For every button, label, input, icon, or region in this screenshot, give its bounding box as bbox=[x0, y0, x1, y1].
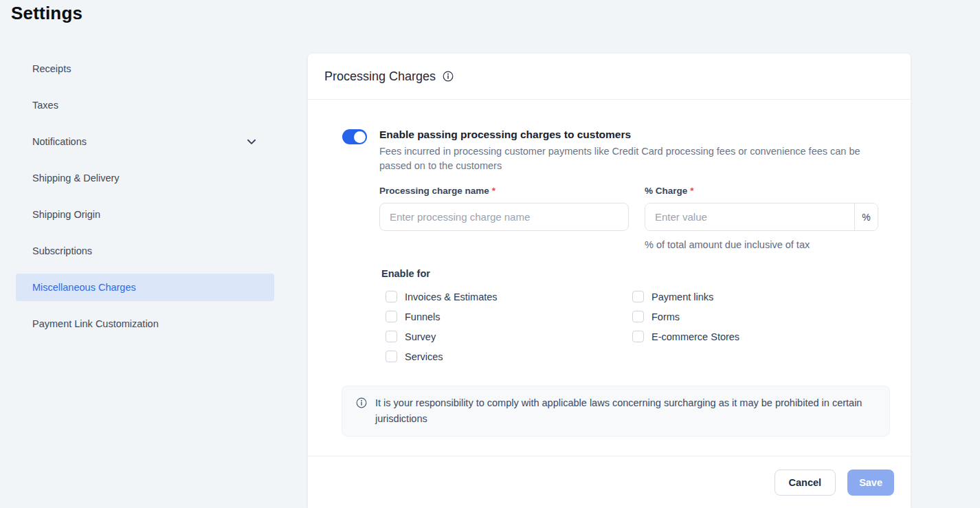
page-title: Settings bbox=[11, 3, 82, 24]
sidebar-item-label: Taxes bbox=[32, 100, 58, 111]
percent-suffix: % bbox=[854, 203, 878, 230]
sidebar-item-payment-link-customization[interactable]: Payment Link Customization bbox=[16, 310, 274, 338]
checkbox-label: Payment links bbox=[652, 291, 713, 302]
processing-charge-name-label: Processing charge name* bbox=[379, 186, 629, 196]
checkbox-box[interactable] bbox=[386, 291, 397, 302]
percent-charge-field: % Charge* % % of total amount due inclus… bbox=[645, 186, 878, 250]
checkbox-label: Survey bbox=[405, 331, 436, 342]
sidebar-item-subscriptions[interactable]: Subscriptions bbox=[16, 237, 274, 265]
checkbox-survey[interactable]: Survey bbox=[386, 331, 498, 342]
sidebar-item-label: Subscriptions bbox=[32, 245, 92, 256]
checkbox-ecommerce-stores[interactable]: E-commerce Stores bbox=[632, 331, 739, 342]
save-button[interactable]: Save bbox=[847, 470, 894, 496]
sidebar-item-shipping-delivery[interactable]: Shipping & Delivery bbox=[16, 164, 274, 192]
sidebar-item-label: Receipts bbox=[32, 63, 71, 74]
percent-charge-input-group: % bbox=[645, 203, 878, 231]
card-footer: Cancel Save bbox=[308, 456, 911, 508]
enable-processing-charges-toggle[interactable] bbox=[342, 129, 367, 144]
sidebar-item-taxes[interactable]: Taxes bbox=[16, 91, 274, 119]
processing-charges-card: Processing Charges Enable passing proces… bbox=[308, 54, 911, 508]
checkbox-label: Services bbox=[405, 351, 443, 362]
checkbox-label: Forms bbox=[652, 311, 680, 322]
checkbox-box[interactable] bbox=[386, 311, 397, 322]
toggle-description: Fees incurred in processing customer pay… bbox=[379, 144, 884, 173]
sidebar-item-label: Notifications bbox=[32, 136, 87, 147]
enable-for-column-left: Invoices & Estimates Funnels Survey Serv… bbox=[386, 291, 498, 362]
processing-charge-name-field: Processing charge name* bbox=[379, 186, 629, 231]
toggle-text-block: Enable passing processing charges to cus… bbox=[379, 129, 884, 173]
checkbox-invoices-estimates[interactable]: Invoices & Estimates bbox=[386, 291, 498, 302]
surcharging-compliance-notice: It is your responsibility to comply with… bbox=[342, 386, 890, 437]
card-title: Processing Charges bbox=[324, 69, 436, 84]
required-asterisk: * bbox=[690, 186, 693, 196]
sidebar-item-notifications[interactable]: Notifications bbox=[16, 128, 274, 155]
percent-charge-input[interactable] bbox=[645, 203, 854, 230]
required-asterisk: * bbox=[492, 186, 495, 196]
sidebar-item-label: Shipping & Delivery bbox=[32, 173, 120, 184]
label-text: Processing charge name bbox=[379, 186, 489, 196]
sidebar-item-label: Shipping Origin bbox=[32, 209, 100, 220]
percent-charge-label: % Charge* bbox=[645, 186, 878, 196]
checkbox-label: Funnels bbox=[405, 311, 441, 322]
checkbox-box[interactable] bbox=[632, 291, 644, 302]
info-icon bbox=[356, 397, 367, 408]
sidebar-item-label: Payment Link Customization bbox=[32, 318, 159, 329]
sidebar-item-miscellaneous-charges[interactable]: Miscellaneous Charges bbox=[16, 274, 274, 301]
checkbox-box[interactable] bbox=[386, 351, 397, 362]
label-text: % Charge bbox=[645, 186, 687, 196]
checkbox-box[interactable] bbox=[632, 331, 644, 342]
percent-charge-helper-text: % of total amount due inclusive of tax bbox=[645, 239, 878, 250]
checkbox-box[interactable] bbox=[632, 311, 644, 322]
enable-for-label: Enable for bbox=[381, 268, 430, 279]
info-icon[interactable] bbox=[443, 71, 454, 82]
processing-charge-name-input[interactable] bbox=[379, 203, 629, 231]
sidebar-item-label: Miscellaneous Charges bbox=[32, 282, 136, 293]
checkbox-funnels[interactable]: Funnels bbox=[386, 311, 498, 322]
notice-text: It is your responsibility to comply with… bbox=[375, 395, 873, 427]
settings-sidebar: Receipts Taxes Notifications Shipping & … bbox=[16, 55, 274, 338]
toggle-knob bbox=[354, 131, 366, 143]
checkbox-label: Invoices & Estimates bbox=[405, 291, 498, 302]
sidebar-item-receipts[interactable]: Receipts bbox=[16, 55, 274, 82]
toggle-title: Enable passing processing charges to cus… bbox=[379, 129, 884, 141]
sidebar-item-shipping-origin[interactable]: Shipping Origin bbox=[16, 201, 274, 228]
card-header: Processing Charges bbox=[308, 54, 911, 100]
checkbox-label: E-commerce Stores bbox=[652, 331, 739, 342]
cancel-button[interactable]: Cancel bbox=[775, 470, 836, 496]
checkbox-payment-links[interactable]: Payment links bbox=[632, 291, 739, 302]
enable-for-column-right: Payment links Forms E-commerce Stores bbox=[632, 291, 739, 342]
checkbox-services[interactable]: Services bbox=[386, 351, 498, 362]
checkbox-box[interactable] bbox=[386, 331, 397, 342]
checkbox-forms[interactable]: Forms bbox=[632, 311, 739, 322]
chevron-down-icon bbox=[245, 135, 258, 148]
